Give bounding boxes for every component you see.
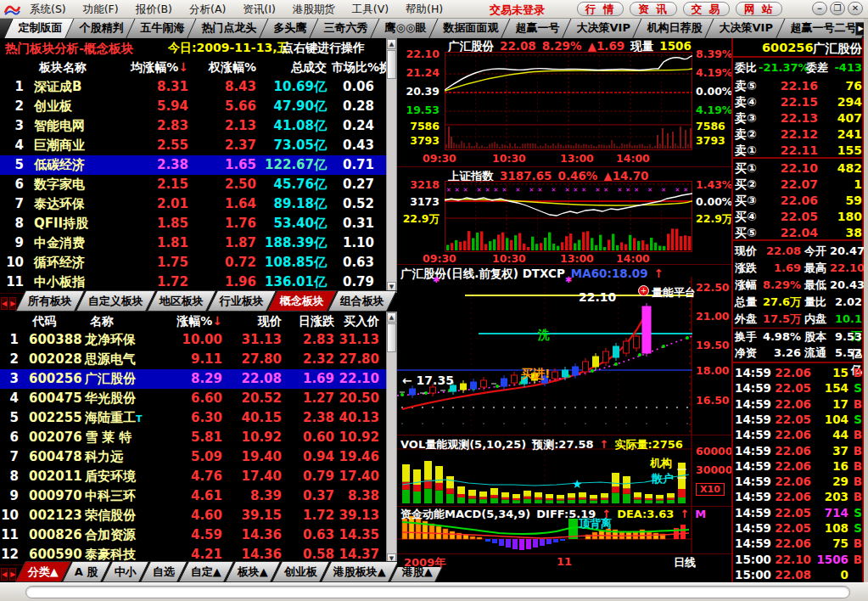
tick-row: 14:5922.05714S bbox=[733, 505, 862, 520]
sector-tab[interactable]: 地区板块 bbox=[147, 290, 216, 312]
workspace-tab[interactable]: 超赢一号二号 bbox=[776, 19, 868, 38]
workspace-tab-label: 超赢一号二号 bbox=[790, 20, 856, 36]
menu-item[interactable]: 资讯(I) bbox=[234, 3, 283, 15]
tab-left-icon[interactable]: ◀ bbox=[1, 297, 8, 310]
quick-button[interactable]: 行 情 bbox=[577, 2, 624, 16]
tab-right-icon[interactable]: ▶ bbox=[9, 568, 16, 581]
stock-table-scrollbar[interactable]: ▲ ▼ bbox=[386, 312, 397, 564]
table-row[interactable]: 5低碳经济2.381.65122.67亿0.71 bbox=[0, 155, 386, 175]
bid-row[interactable]: 买⑤22.0438 bbox=[733, 225, 862, 241]
tab-right-icon[interactable]: ▶ bbox=[9, 297, 16, 310]
sector-table-scrollbar[interactable]: ▲ ▼ bbox=[386, 38, 397, 293]
restore-button[interactable]: ❐ bbox=[830, 2, 845, 15]
table-row[interactable]: 8002011盾安环境4.7617.400.7917.40 bbox=[0, 467, 386, 486]
workspace-tab-label: 热门点龙头 bbox=[202, 20, 257, 36]
table-row[interactable]: 11000826合加资源4.5914.360.6314.35 bbox=[0, 525, 386, 545]
market-tab[interactable]: 港股板块▲ bbox=[321, 561, 399, 582]
axis-label: 22.10 bbox=[397, 48, 440, 60]
col-total-volume[interactable]: 总成交 bbox=[260, 58, 330, 77]
month-label: 11 bbox=[557, 555, 572, 568]
menu-item[interactable]: 港股期货 bbox=[284, 3, 344, 15]
table-row[interactable]: 8QFII持股1.851.7653.40亿0.31 bbox=[0, 214, 386, 233]
table-row[interactable]: 9中金消费1.811.87188.39亿1.10 bbox=[0, 233, 386, 253]
col-sector-name[interactable]: 板块名称 bbox=[29, 58, 126, 77]
table-row[interactable]: 10循环经济1.750.72108.85亿0.63 bbox=[0, 253, 386, 272]
ask-row[interactable]: 卖①22.11155 bbox=[733, 143, 862, 159]
minimize-button[interactable]: － bbox=[812, 2, 827, 15]
sector-tab[interactable]: 概念板块 bbox=[267, 290, 337, 312]
tick-row: 14:5922.05154S bbox=[733, 380, 862, 396]
stat-row: 涨跌1.69最高22.10 bbox=[733, 260, 862, 277]
ask-queue: 卖⑤22.1676卖④22.15294卖③22.13407卖②22.12241卖… bbox=[733, 78, 862, 159]
table-row[interactable]: 11中小板指1.721.96136.01亿0.79 bbox=[0, 272, 386, 292]
sector-tab[interactable]: 组合板块 bbox=[328, 290, 397, 312]
table-row[interactable]: 2创业板5.945.6647.90亿0.28 bbox=[0, 97, 386, 116]
ask-row[interactable]: 卖⑤22.1676 bbox=[733, 78, 862, 94]
axis-label: 4.19% bbox=[696, 67, 732, 79]
stock-name: 广汇股份 bbox=[813, 41, 862, 57]
col-code[interactable]: 代码 bbox=[24, 312, 80, 331]
workspace-tab-label: 机构日荐股 bbox=[647, 20, 703, 36]
scrollbar-thumb[interactable] bbox=[387, 323, 396, 352]
table-row[interactable]: 7泰达环保2.011.6489.18亿0.52 bbox=[0, 194, 386, 214]
status-bar bbox=[0, 582, 868, 601]
bid-row[interactable]: 买①22.10482 bbox=[733, 160, 862, 177]
quick-button[interactable]: 网 站 bbox=[736, 2, 782, 16]
col-avg-change[interactable]: 均涨幅%↓ bbox=[126, 58, 192, 77]
col-pct[interactable]: 涨幅%↓ bbox=[175, 312, 226, 331]
table-row[interactable]: 4巨潮商业2.552.3773.05亿0.43 bbox=[0, 136, 386, 155]
ask-row[interactable]: 卖②22.12241 bbox=[733, 126, 862, 143]
sector-tab-label: 概念板块 bbox=[280, 294, 324, 309]
col-buy-price[interactable]: 买入价 bbox=[338, 312, 383, 331]
table-row[interactable]: 9000970中科三环4.618.390.378.38 bbox=[0, 486, 386, 506]
up-arrow-icon: ↑ bbox=[680, 508, 689, 520]
sort-down-icon: ↓ bbox=[178, 60, 188, 74]
table-row[interactable]: 1深证成B8.318.4310.69亿0.06 bbox=[0, 77, 386, 97]
sector-tab[interactable]: 所有板块 bbox=[15, 290, 85, 312]
ask-row[interactable]: 卖③22.13407 bbox=[733, 110, 862, 126]
table-row[interactable]: 2002028思源电气9.1127.802.3227.80 bbox=[0, 350, 386, 369]
col-name[interactable]: 名称 bbox=[80, 312, 175, 331]
intraday-chart bbox=[445, 52, 692, 150]
menu-item[interactable]: 工具(V) bbox=[344, 3, 397, 15]
bid-row[interactable]: 买②22.071 bbox=[733, 177, 862, 193]
axis-label: 16.50 bbox=[696, 395, 730, 407]
table-row[interactable]: 4600475华光股份6.6020.521.2720.50 bbox=[0, 389, 386, 408]
date-axis: 2009年 11 日线 bbox=[397, 553, 731, 567]
table-row[interactable]: 6数字家电2.152.5045.76亿0.27 bbox=[0, 175, 386, 194]
table-row[interactable]: 3600256广汇股份8.2922.081.6922.10 bbox=[0, 369, 386, 389]
menu-item[interactable]: 分析(A) bbox=[181, 3, 234, 15]
table-row[interactable]: 5002255海陆重工T6.3040.152.3840.13 bbox=[0, 408, 386, 428]
quick-button[interactable]: 资 讯 bbox=[630, 2, 676, 16]
stat-row: 换手4.98%股本9.53亿 bbox=[733, 328, 862, 345]
close-button[interactable]: ✕ bbox=[848, 2, 863, 15]
menu-item[interactable]: 功能(F) bbox=[75, 3, 127, 15]
scrollbar-thumb[interactable] bbox=[387, 50, 396, 79]
col-price[interactable]: 现价 bbox=[226, 312, 285, 331]
quick-button[interactable]: 交 易 bbox=[683, 2, 730, 16]
stat-row: 净资3.26流通5.53亿 bbox=[733, 345, 862, 362]
market-tab-label: 自定▲ bbox=[191, 564, 221, 580]
table-row[interactable]: 6002076雪 莱 特5.8110.920.6010.92 bbox=[0, 428, 386, 447]
table-row[interactable]: 7600478科力远5.0919.400.9419.46 bbox=[0, 447, 386, 467]
bid-row[interactable]: 买③22.0659 bbox=[733, 193, 862, 209]
col-daily-change[interactable]: 日涨跌 bbox=[285, 312, 338, 331]
menu-item[interactable]: 系统(S) bbox=[21, 3, 75, 15]
axis-label: 7586 bbox=[397, 121, 440, 132]
col-market-ratio[interactable]: 市场比% bbox=[330, 58, 383, 77]
table-row[interactable]: 10002123荣信股份4.6039.151.7239.13 bbox=[0, 506, 386, 525]
sector-tab[interactable]: 行业板块 bbox=[207, 290, 277, 312]
ask-row[interactable]: 卖④22.15294 bbox=[733, 94, 862, 110]
menu-item[interactable]: 帮助(H) bbox=[397, 3, 451, 15]
stock-table-header: 代码 名称 涨幅%↓ 现价 日涨跌 买入价 bbox=[0, 312, 386, 330]
sector-tab[interactable]: 自定义板块 bbox=[76, 290, 156, 312]
table-row[interactable]: 1600388龙净环保10.0031.132.8331.13 bbox=[0, 330, 386, 350]
table-row[interactable]: 3智能电网2.832.1341.08亿0.24 bbox=[0, 116, 386, 136]
quick-buttons: 行 情资 讯交 易网 站 bbox=[577, 2, 782, 16]
bid-row[interactable]: 买④22.05180 bbox=[733, 209, 862, 225]
tab-left-icon[interactable]: ◀ bbox=[1, 568, 8, 581]
menu-item[interactable]: 报价(B) bbox=[127, 3, 181, 15]
market-tab-strip: ◀ ▶ 分类▲A 股中小自选自定▲板块▲创业板港股板块▲港股▲ bbox=[0, 564, 409, 582]
col-weighted-change[interactable]: 权涨幅% bbox=[192, 58, 260, 77]
status-field[interactable] bbox=[25, 586, 850, 598]
